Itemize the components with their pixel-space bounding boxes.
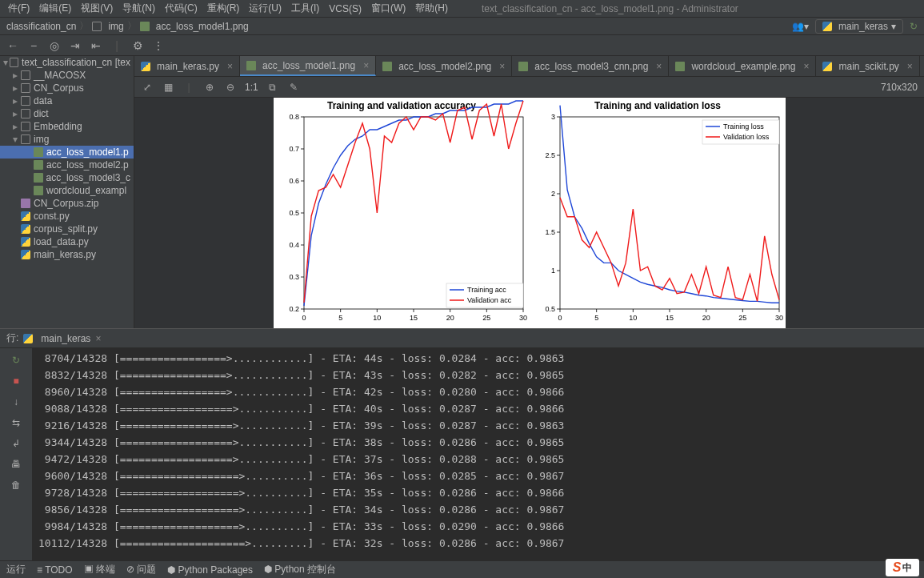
- py-icon: [21, 237, 30, 247]
- close-icon[interactable]: ×: [95, 333, 101, 344]
- back-icon[interactable]: ←: [6, 39, 19, 52]
- tree-root[interactable]: ▾ text_classification_cn [tex: [0, 56, 134, 69]
- tree-arrow-icon: ▸: [13, 121, 21, 132]
- tree-item[interactable]: ▸data: [0, 94, 134, 107]
- menu-item[interactable]: 重构(R): [202, 2, 245, 15]
- svg-text:2.5: 2.5: [545, 151, 555, 159]
- wrap-icon[interactable]: ↲: [9, 436, 23, 451]
- svg-text:25: 25: [738, 314, 746, 322]
- zoom-out-icon[interactable]: ⊖: [224, 81, 237, 94]
- close-icon[interactable]: ×: [499, 61, 505, 72]
- tree-item[interactable]: ▾img: [0, 133, 134, 146]
- editor-tab[interactable]: main_keras.py×: [134, 56, 240, 76]
- dir-icon: [21, 122, 30, 131]
- menu-item[interactable]: 件(F): [3, 2, 34, 15]
- tree-item[interactable]: acc_loss_model1.p: [0, 146, 134, 159]
- tree-item[interactable]: corpus_split.py: [0, 223, 134, 235]
- close-icon[interactable]: ×: [907, 61, 913, 72]
- users-icon[interactable]: 👥▾: [792, 21, 809, 32]
- status-problems[interactable]: ⊘ 问题: [126, 563, 156, 576]
- img-icon: [246, 61, 256, 70]
- tree-item[interactable]: load_data.py: [0, 235, 134, 248]
- run-tool-window: 行: main_keras × ↻ ■ ↓ ⇆ ↲ 🖶 🗑 8704/14328…: [0, 328, 924, 560]
- tree-item[interactable]: main_keras.py: [0, 248, 134, 261]
- more-icon[interactable]: ⋮: [152, 39, 165, 52]
- svg-text:15: 15: [665, 314, 673, 322]
- menu-item[interactable]: 代码(C): [160, 2, 202, 15]
- status-pyconsole[interactable]: ⬢ Python 控制台: [264, 563, 336, 576]
- color-picker-icon[interactable]: ✎: [287, 81, 300, 94]
- ime-indicator[interactable]: S中: [886, 559, 919, 576]
- tree-item[interactable]: ▸__MACOSX: [0, 69, 134, 82]
- menu-item[interactable]: 导航(N): [118, 2, 160, 15]
- scroll-icon[interactable]: ↓: [9, 395, 23, 409]
- close-icon[interactable]: ×: [363, 60, 369, 71]
- close-icon[interactable]: ×: [227, 61, 233, 72]
- breadcrumb-file[interactable]: acc_loss_model1.png: [156, 21, 249, 32]
- tree-item-label: CN_Corpus: [34, 82, 84, 94]
- print-icon[interactable]: 🖶: [9, 457, 23, 472]
- gear-icon[interactable]: ⚙: [131, 39, 144, 52]
- breadcrumb-bar: classification_cn 〉 img 〉 acc_loss_model…: [0, 18, 924, 35]
- py-icon: [21, 224, 30, 234]
- editor-tab[interactable]: main_scikit.py×: [816, 56, 919, 76]
- tree-item[interactable]: ▸Embedding: [0, 120, 134, 133]
- layout-icon[interactable]: ⇆: [9, 415, 23, 430]
- menu-item[interactable]: 窗口(W): [366, 2, 410, 15]
- breadcrumb-project[interactable]: classification_cn: [6, 21, 76, 32]
- editor-tab[interactable]: acc_loss_model3_cnn.png×: [512, 56, 669, 76]
- svg-text:25: 25: [482, 314, 490, 322]
- run-config-selector[interactable]: main_keras ▾: [815, 19, 903, 34]
- close-icon[interactable]: ×: [803, 61, 809, 72]
- py-icon: [21, 250, 30, 259]
- image-canvas[interactable]: Training and validation accuracy05101520…: [134, 98, 924, 328]
- grid-icon[interactable]: ▦: [162, 81, 174, 94]
- svg-text:Training loss: Training loss: [723, 122, 764, 130]
- svg-text:Training and validation accura: Training and validation accuracy: [326, 100, 475, 111]
- menu-item[interactable]: 工具(I): [286, 2, 324, 15]
- py-icon: [21, 211, 30, 221]
- project-tree[interactable]: ▾ text_classification_cn [tex ▸__MACOSX▸…: [0, 56, 134, 328]
- editor-tab[interactable]: acc_loss_model2.png×: [376, 56, 512, 76]
- menu-item[interactable]: 编辑(E): [34, 2, 76, 15]
- expand-icon[interactable]: ⇤: [90, 39, 102, 52]
- tree-item[interactable]: wordcloud_exampl: [0, 184, 134, 197]
- reload-icon[interactable]: ↻: [910, 21, 918, 32]
- collapse-icon[interactable]: ⇥: [69, 39, 82, 52]
- status-terminal[interactable]: ▣ 终端: [84, 563, 115, 576]
- tree-item[interactable]: CN_Corpus.zip: [0, 197, 134, 210]
- copy-icon[interactable]: ⧉: [266, 81, 279, 94]
- menu-item[interactable]: 视图(V): [76, 2, 118, 15]
- tree-item[interactable]: ▸CN_Corpus: [0, 82, 134, 94]
- editor-tab[interactable]: wordcloud_example.png×: [669, 56, 816, 76]
- dir-icon: [21, 134, 30, 144]
- menu-item[interactable]: 帮助(H): [410, 2, 453, 15]
- stop-icon[interactable]: ■: [9, 374, 23, 388]
- status-packages[interactable]: ⬢ Python Packages: [167, 564, 253, 576]
- status-todo[interactable]: ≡ TODO: [37, 564, 73, 576]
- breadcrumb-folder[interactable]: img: [108, 21, 123, 32]
- target-icon[interactable]: ◎: [48, 39, 61, 52]
- tree-item[interactable]: acc_loss_model2.p: [0, 159, 134, 171]
- run-gutter: ↻ ■ ↓ ⇆ ↲ 🖶 🗑: [0, 348, 32, 560]
- zoom-in-icon[interactable]: ⊕: [203, 81, 216, 94]
- tree-item[interactable]: acc_loss_model3_c: [0, 171, 134, 184]
- status-run[interactable]: 运行: [6, 563, 26, 576]
- menu-item[interactable]: 运行(U): [244, 2, 286, 15]
- close-icon[interactable]: ×: [656, 61, 662, 72]
- menu-item[interactable]: VCS(S): [324, 3, 366, 14]
- run-tab-label[interactable]: main_keras: [41, 333, 90, 344]
- tree-item[interactable]: ▸dict: [0, 107, 134, 120]
- minus-icon[interactable]: −: [27, 39, 40, 52]
- svg-text:30: 30: [518, 314, 526, 322]
- rerun-icon[interactable]: ↻: [9, 353, 23, 367]
- tree-item[interactable]: const.py: [0, 210, 134, 223]
- editor-tab[interactable]: acc_loss_model1.png×: [240, 56, 376, 76]
- tree-item-label: img: [34, 134, 49, 145]
- console-output[interactable]: 8704/14328 [=================>..........…: [32, 348, 924, 560]
- svg-text:0: 0: [558, 314, 562, 322]
- img-icon: [34, 147, 43, 157]
- fit-icon[interactable]: ⤢: [141, 81, 154, 94]
- folder-icon: [10, 58, 18, 67]
- trash-icon[interactable]: 🗑: [9, 478, 23, 492]
